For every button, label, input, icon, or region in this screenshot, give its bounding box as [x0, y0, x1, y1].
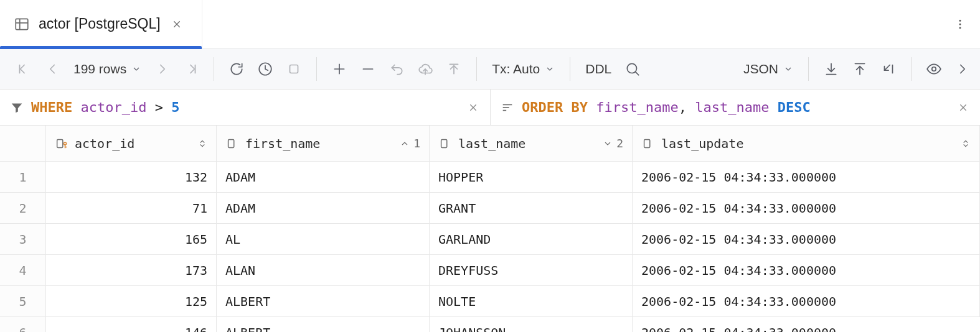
- last-page-button[interactable]: [179, 57, 204, 81]
- row-gutter[interactable]: 5: [0, 286, 46, 317]
- row-count-dropdown[interactable]: 199 rows: [68, 62, 146, 76]
- cell-last-update[interactable]: 2006-02-15 04:34:33.000000: [633, 193, 980, 224]
- view-as-dropdown[interactable]: JSON: [738, 62, 798, 76]
- reload-button[interactable]: [224, 57, 249, 81]
- row-gutter[interactable]: 1: [0, 162, 46, 193]
- column-icon: [641, 137, 655, 150]
- stop-button[interactable]: [281, 57, 306, 81]
- where-clause-input[interactable]: WHERE actor_id > 5: [0, 90, 490, 125]
- close-tab-button[interactable]: [169, 17, 184, 32]
- column-icon: [225, 137, 239, 150]
- revert-button[interactable]: [384, 57, 409, 81]
- cell-last-update[interactable]: 2006-02-15 04:34:33.000000: [633, 255, 980, 286]
- clear-orderby-button[interactable]: [955, 99, 971, 116]
- row-count-label: 199 rows: [73, 62, 126, 76]
- prev-page-button[interactable]: [40, 57, 65, 81]
- order-by-clause-text: ORDER BY first_name, last_name DESC: [522, 99, 811, 115]
- first-page-button[interactable]: [11, 57, 36, 81]
- cell-last-name[interactable]: GARLAND: [430, 224, 633, 255]
- svg-point-17: [628, 63, 637, 73]
- sort-asc-indicator: 1: [400, 137, 420, 150]
- cell-actor-id[interactable]: 173: [46, 255, 217, 286]
- submit-button[interactable]: [441, 57, 466, 81]
- column-name: last_update: [661, 136, 743, 151]
- orderby-keyword: ORDER BY: [522, 99, 588, 115]
- cell-actor-id[interactable]: 132: [46, 162, 217, 193]
- gutter-header[interactable]: [0, 126, 46, 162]
- search-button[interactable]: [620, 57, 645, 81]
- ddl-button[interactable]: DDL: [580, 62, 616, 76]
- column-name: actor_id: [75, 136, 134, 151]
- cell-last-name[interactable]: NOLTE: [430, 286, 633, 317]
- svg-point-6: [959, 23, 961, 25]
- expand-button[interactable]: [950, 57, 975, 81]
- commit-cloud-button[interactable]: [413, 57, 438, 81]
- cell-first-name[interactable]: ALBERT: [217, 317, 430, 332]
- svg-point-24: [932, 67, 936, 71]
- svg-line-18: [636, 71, 639, 75]
- svg-rect-0: [16, 19, 28, 29]
- svg-rect-11: [290, 65, 298, 73]
- cell-last-update[interactable]: 2006-02-15 04:34:33.000000: [633, 286, 980, 317]
- tx-mode-dropdown[interactable]: Tx: Auto: [487, 62, 560, 76]
- column-header-first-name[interactable]: first_name 1: [217, 126, 430, 162]
- column-header-actor-id[interactable]: actor_id: [46, 126, 217, 162]
- separator: [316, 57, 317, 81]
- cell-last-name[interactable]: HOPPER: [430, 162, 633, 193]
- cell-first-name[interactable]: ALAN: [217, 255, 430, 286]
- table-icon: [14, 16, 30, 32]
- data-grid: actor_id first_name 1 last_name 2 last_u…: [0, 126, 980, 332]
- export-button[interactable]: [847, 57, 872, 81]
- history-button[interactable]: [253, 57, 278, 81]
- cell-last-name[interactable]: GRANT: [430, 193, 633, 224]
- remove-row-button[interactable]: [356, 57, 380, 81]
- next-page-button[interactable]: [150, 57, 175, 81]
- order-by-clause-input[interactable]: ORDER BY first_name, last_name DESC: [490, 90, 980, 125]
- cell-last-update[interactable]: 2006-02-15 04:34:33.000000: [633, 317, 980, 332]
- cell-actor-id[interactable]: 165: [46, 224, 217, 255]
- ddl-label: DDL: [585, 62, 611, 76]
- separator: [570, 57, 570, 81]
- cell-last-name[interactable]: DREYFUSS: [430, 255, 633, 286]
- cell-first-name[interactable]: ADAM: [217, 193, 430, 224]
- row-gutter[interactable]: 4: [0, 255, 46, 286]
- column-header-last-update[interactable]: last_update: [633, 126, 980, 162]
- cell-actor-id[interactable]: 71: [46, 193, 217, 224]
- cell-first-name[interactable]: ADAM: [217, 162, 430, 193]
- cell-last-name[interactable]: JOHANSSON: [430, 317, 633, 332]
- svg-point-33: [64, 142, 66, 144]
- cell-last-update[interactable]: 2006-02-15 04:34:33.000000: [633, 224, 980, 255]
- cell-actor-id[interactable]: 125: [46, 286, 217, 317]
- clear-where-button[interactable]: [465, 99, 481, 116]
- cell-last-update[interactable]: 2006-02-15 04:34:33.000000: [633, 162, 980, 193]
- cell-actor-id[interactable]: 146: [46, 317, 217, 332]
- sort-desc-indicator: 2: [603, 137, 623, 150]
- orderby-c2: last_name: [695, 99, 769, 115]
- svg-rect-32: [57, 139, 63, 147]
- cell-first-name[interactable]: AL: [217, 224, 430, 255]
- sort-order-number: 1: [413, 137, 420, 150]
- copy-to-button[interactable]: [876, 57, 901, 81]
- column-header-last-name[interactable]: last_name 2: [430, 126, 633, 162]
- separator: [214, 57, 214, 81]
- add-row-button[interactable]: [327, 57, 352, 81]
- primary-key-column-icon: [55, 137, 68, 150]
- tab-title: actor [PostgreSQL]: [39, 16, 161, 32]
- cell-first-name[interactable]: ALBERT: [217, 286, 430, 317]
- column-name: last_name: [458, 136, 525, 151]
- tab-actor[interactable]: actor [PostgreSQL]: [0, 0, 202, 48]
- tab-overflow-menu-button[interactable]: [945, 9, 975, 39]
- sort-indicator: [197, 139, 207, 149]
- where-op: >: [155, 99, 163, 115]
- svg-point-5: [959, 19, 961, 21]
- import-button[interactable]: [819, 57, 844, 81]
- svg-rect-37: [441, 139, 447, 147]
- svg-rect-36: [229, 139, 234, 147]
- column-icon: [438, 137, 452, 150]
- row-gutter[interactable]: 6: [0, 317, 46, 332]
- orderby-c1: first_name: [596, 99, 678, 115]
- row-gutter[interactable]: 2: [0, 193, 46, 224]
- svg-rect-38: [644, 139, 650, 147]
- view-mode-button[interactable]: [921, 57, 946, 81]
- row-gutter[interactable]: 3: [0, 224, 46, 255]
